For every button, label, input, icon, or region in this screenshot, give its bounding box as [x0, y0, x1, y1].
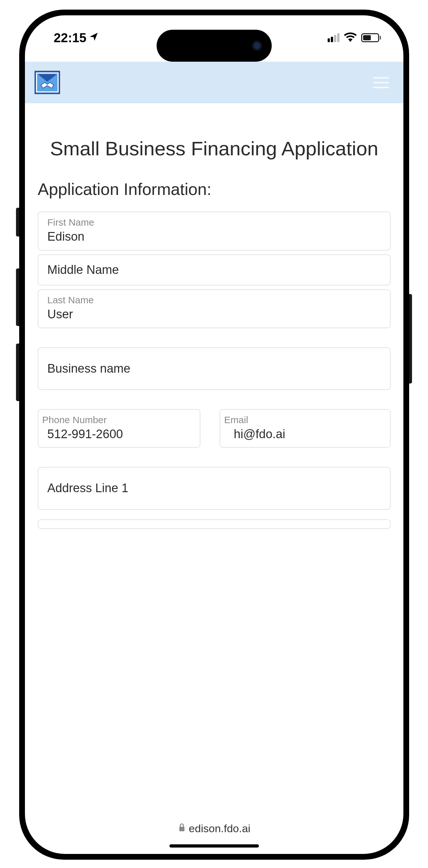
cellular-signal-icon — [328, 33, 339, 42]
last-name-value: User — [47, 307, 381, 322]
phone-frame: 22:15 — [19, 9, 409, 860]
middle-name-field[interactable]: Middle Name — [38, 254, 391, 285]
phone-number-field[interactable]: Phone Number 512-991-2600 — [38, 409, 201, 448]
status-indicators — [328, 32, 381, 43]
phone-number-label: Phone Number — [42, 414, 196, 426]
home-indicator[interactable] — [170, 844, 259, 847]
last-name-label: Last Name — [47, 294, 381, 306]
address-line-1-field[interactable]: Address Line 1 — [38, 467, 391, 509]
lock-icon — [178, 823, 186, 834]
phone-power-button — [409, 294, 412, 383]
dynamic-island — [157, 30, 272, 62]
email-value: hi@fdo.ai — [224, 426, 386, 442]
browser-url-bar[interactable]: edison.fdo.ai — [25, 819, 403, 838]
time-text: 22:15 — [54, 31, 86, 45]
phone-volume-down — [16, 344, 19, 401]
url-text: edison.fdo.ai — [189, 822, 251, 835]
handshake-logo-icon[interactable] — [34, 70, 60, 95]
camera-icon — [251, 40, 263, 52]
phone-volume-up — [16, 269, 19, 326]
location-arrow-icon — [89, 32, 98, 44]
first-name-label: First Name — [47, 217, 381, 228]
last-name-field[interactable]: Last Name User — [38, 289, 391, 328]
address-line-1-placeholder: Address Line 1 — [47, 480, 381, 496]
email-field[interactable]: Email hi@fdo.ai — [220, 409, 391, 448]
first-name-value: Edison — [47, 229, 381, 245]
phone-number-value: 512-991-2600 — [42, 426, 196, 442]
business-name-placeholder: Business name — [47, 361, 381, 376]
status-time: 22:15 — [54, 31, 98, 45]
battery-icon — [361, 33, 381, 42]
next-field-partial[interactable] — [38, 519, 391, 529]
svg-rect-3 — [179, 827, 184, 831]
business-name-field[interactable]: Business name — [38, 347, 391, 390]
middle-name-placeholder: Middle Name — [47, 262, 381, 278]
section-title: Application Information: — [38, 180, 391, 199]
page-title: Small Business Financing Application — [38, 137, 391, 160]
email-label: Email — [224, 414, 386, 426]
phone-screen: 22:15 — [25, 16, 403, 854]
phone-mute-switch — [16, 208, 19, 237]
app-header — [25, 62, 403, 103]
page-content: Small Business Financing Application App… — [25, 105, 403, 812]
wifi-icon — [344, 32, 357, 43]
first-name-field[interactable]: First Name Edison — [38, 212, 391, 250]
hamburger-menu-icon[interactable] — [373, 77, 389, 88]
